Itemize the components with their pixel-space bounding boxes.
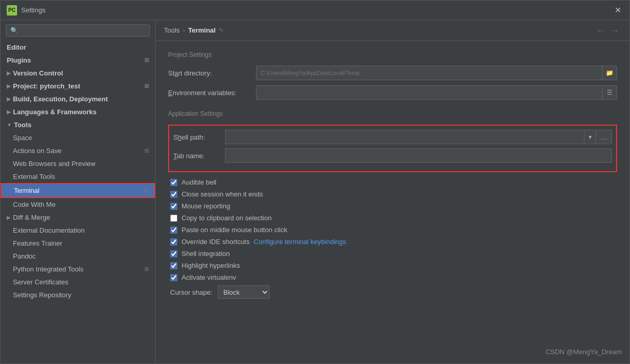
start-directory-browse-button[interactable]: 📁	[602, 66, 617, 80]
project-settings-title: Project Settings	[168, 51, 617, 58]
shell-path-dropdown-button[interactable]: ▾	[584, 130, 596, 144]
checkbox-close-session: Close session when it ends	[168, 190, 617, 198]
sidebar: Editor Plugins ⊞ ▶ Version Control ▶ Pro…	[1, 20, 156, 363]
breadcrumb: Tools › Terminal ✎	[164, 26, 223, 34]
paste-middle-label: Paste on middle mouse button click	[182, 226, 288, 234]
sidebar-item-project[interactable]: ▶ Project: pytorch_test ⊞	[1, 80, 155, 93]
tab-name-row: Tab name: Local	[173, 148, 612, 163]
sidebar-item-plugins[interactable]: Plugins ⊞	[1, 54, 155, 67]
arrow-icon: ▶	[7, 109, 11, 115]
app-icon: PC	[7, 5, 17, 16]
sidebar-item-space[interactable]: Space	[1, 131, 155, 144]
breadcrumb-root: Tools	[164, 26, 179, 34]
tab-name-input[interactable]: Local	[225, 148, 612, 163]
audible-bell-label: Audible bell	[182, 178, 216, 186]
shell-path-input[interactable]: powershell.exe	[225, 130, 584, 144]
checkbox-mouse-reporting: Mouse reporting	[168, 202, 617, 210]
start-directory-input[interactable]	[256, 66, 602, 80]
sidebar-item-external-doc[interactable]: External Documentation	[1, 224, 155, 237]
arrow-icon: ▶	[7, 83, 11, 89]
start-directory-label-text: Start directory:	[168, 69, 212, 77]
sidebar-item-label: Project: pytorch_test	[13, 82, 80, 90]
sidebar-item-pandoc[interactable]: Pandoc	[1, 250, 155, 263]
app-settings-section: Application Settings	[168, 110, 617, 117]
configure-keybindings-link[interactable]: Configure terminal keybindings	[254, 238, 346, 246]
arrow-icon: ▼	[7, 122, 12, 128]
breadcrumb-separator: ›	[183, 26, 185, 34]
nav-forward-button[interactable]: →	[609, 26, 621, 35]
override-ide-label: Override IDE shortcuts	[182, 238, 250, 246]
sidebar-item-diff-merge[interactable]: ▶ Diff & Merge	[1, 211, 155, 224]
sidebar-item-label: Pandoc	[13, 252, 36, 260]
sidebar-item-external-tools[interactable]: External Tools	[1, 170, 155, 183]
override-ide-checkbox[interactable]	[170, 238, 177, 246]
sidebar-item-languages[interactable]: ▶ Languages & Frameworks	[1, 105, 155, 118]
sidebar-item-actions-on-save[interactable]: Actions on Save ⊞	[1, 144, 155, 157]
env-variables-input-group: ☰	[256, 85, 617, 100]
pin-icon: ⊞	[144, 57, 149, 64]
checkbox-activate-virtualenv: Activate virtualenv	[168, 274, 617, 281]
highlight-hyperlinks-checkbox[interactable]	[170, 262, 177, 269]
sidebar-item-label: Version Control	[13, 69, 63, 77]
start-directory-row: Start directory: 📁	[168, 66, 617, 80]
sidebar-item-tools[interactable]: ▼ Tools	[1, 118, 155, 131]
sidebar-item-label: Server Certificates	[13, 278, 68, 286]
cursor-shape-row: Cursor shape: Block Underline Vertical	[168, 285, 617, 299]
env-variables-input[interactable]	[256, 85, 602, 100]
cursor-shape-label: Cursor shape:	[170, 289, 213, 296]
sidebar-item-build[interactable]: ▶ Build, Execution, Deployment	[1, 93, 155, 105]
sidebar-item-label: Features Trainer	[13, 239, 62, 247]
sidebar-item-python-tools[interactable]: Python Integrated Tools ⊞	[1, 263, 155, 276]
sidebar-item-label: Languages & Frameworks	[13, 108, 97, 116]
edit-icon[interactable]: ✎	[219, 27, 223, 34]
start-directory-label: Start directory:	[168, 69, 256, 77]
sidebar-item-server-certs[interactable]: Server Certificates	[1, 276, 155, 289]
sidebar-item-version-control[interactable]: ▶ Version Control	[1, 67, 155, 80]
sidebar-item-label: Diff & Merge	[13, 214, 50, 221]
checkbox-copy-clipboard: Copy to clipboard on selection	[168, 214, 617, 222]
close-session-checkbox[interactable]	[170, 191, 177, 198]
shell-tab-section: Shell path: powershell.exe ▾ … Tab name:…	[168, 125, 617, 172]
sidebar-item-editor[interactable]: Editor	[1, 41, 155, 54]
pin-icon: ⊞	[144, 266, 149, 272]
pin-icon: ⊞	[143, 187, 148, 194]
activate-virtualenv-checkbox[interactable]	[170, 274, 177, 281]
checkbox-shell-integration: Shell integration	[168, 250, 617, 257]
sidebar-item-label: Terminal	[14, 187, 39, 194]
sidebar-item-label: Web Browsers and Preview	[13, 160, 95, 168]
sidebar-item-label: Tools	[14, 121, 32, 129]
settings-window: PC Settings ✕ Editor Plugins ⊞ ▶ Version…	[0, 0, 630, 364]
sidebar-item-label: Python Integrated Tools	[13, 265, 83, 273]
sidebar-item-label: Code With Me	[13, 201, 55, 208]
arrow-icon: ▶	[7, 215, 11, 220]
audible-bell-checkbox[interactable]	[170, 179, 177, 186]
cursor-shape-select[interactable]: Block Underline Vertical	[218, 285, 269, 299]
env-variables-edit-button[interactable]: ☰	[602, 85, 617, 100]
env-variables-row: Environment variables: ☰	[168, 85, 617, 100]
copy-clipboard-checkbox[interactable]	[170, 215, 177, 222]
close-button[interactable]: ✕	[612, 5, 623, 15]
sidebar-item-terminal[interactable]: Terminal ⊞	[1, 183, 155, 198]
sidebar-item-settings-repo[interactable]: Settings Repository	[1, 289, 155, 301]
close-session-label: Close session when it ends	[182, 190, 263, 198]
mouse-reporting-checkbox[interactable]	[170, 203, 177, 210]
search-input[interactable]	[6, 24, 150, 37]
nav-arrows: ← →	[594, 26, 621, 35]
shell-integration-checkbox[interactable]	[170, 250, 177, 257]
paste-middle-checkbox[interactable]	[170, 226, 177, 234]
sidebar-item-code-with-me[interactable]: Code With Me	[1, 198, 155, 211]
tab-name-label: Tab name:	[173, 152, 225, 160]
start-directory-input-group: 📁	[256, 66, 617, 80]
sidebar-item-label: Plugins	[7, 56, 31, 64]
shell-path-more-button[interactable]: …	[596, 130, 612, 144]
checkbox-highlight-hyperlinks: Highlight hyperlinks	[168, 262, 617, 269]
shell-path-label-text: Shell path:	[173, 133, 205, 141]
shell-integration-label: Shell integration	[182, 250, 230, 257]
sidebar-item-web-browsers[interactable]: Web Browsers and Preview	[1, 157, 155, 170]
arrow-icon: ▶	[7, 96, 11, 102]
mouse-reporting-label: Mouse reporting	[182, 202, 230, 210]
nav-back-button[interactable]: ←	[594, 26, 607, 35]
env-variables-label: Environment variables:	[168, 89, 256, 97]
sidebar-item-features-trainer[interactable]: Features Trainer	[1, 237, 155, 250]
checkbox-paste-middle: Paste on middle mouse button click	[168, 226, 617, 234]
